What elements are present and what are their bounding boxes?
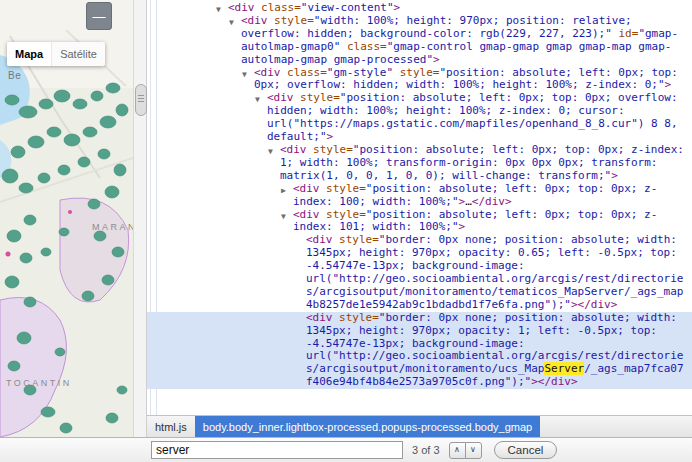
expand-arrow-collapsed-icon[interactable]: ▶ xyxy=(281,185,286,198)
breadcrumb-body-selected[interactable]: body.body_inner.lightbox-processed.popup… xyxy=(195,416,540,437)
expand-arrow-open-icon[interactable]: ▼ xyxy=(281,211,286,224)
scrollbar-grip-icon xyxy=(138,98,144,99)
dom-tree: ▼<div class="view-content">▼<div style="… xyxy=(147,2,692,389)
expand-arrow-open-icon[interactable]: ▼ xyxy=(255,94,260,107)
map-state-label-maranhao: MARAN xyxy=(92,222,133,232)
map-place-label-belem: Be xyxy=(8,70,21,81)
expand-arrow-open-icon[interactable]: ▼ xyxy=(229,17,234,30)
map-type-satelite-button[interactable]: Satélite xyxy=(51,42,105,66)
match-count: 3 of 3 xyxy=(412,444,440,456)
find-previous-button[interactable]: ∧ xyxy=(449,442,466,459)
map-pane[interactable]: Be MARAN TOCANTIN — Mapa Satélite xyxy=(0,0,133,437)
screenshot-root: Be MARAN TOCANTIN — Mapa Satélite ▼<div … xyxy=(0,0,692,462)
breadcrumb-html[interactable]: html.js xyxy=(147,416,195,437)
vertical-scrollbar[interactable] xyxy=(133,0,147,437)
map-control-minus-button[interactable]: — xyxy=(86,2,112,30)
search-input[interactable] xyxy=(151,441,403,459)
map-state-label-tocantins: TOCANTIN xyxy=(6,378,72,388)
dom-tree-node[interactable]: ▼<div style="width: 100%; height: 970px;… xyxy=(147,15,692,67)
find-next-button[interactable]: ∨ xyxy=(465,442,482,459)
search-match-highlight: Server xyxy=(544,362,584,375)
find-nav-buttons: ∧ ∨ xyxy=(449,442,482,459)
dom-tree-node[interactable]: ▼<div style="position: absolute; left: 0… xyxy=(147,144,692,183)
dom-tree-node[interactable]: ▼<div class="gm-style" style="position: … xyxy=(147,67,692,93)
devtools-elements-panel: ▼<div class="view-content">▼<div style="… xyxy=(147,0,692,415)
dom-tree-node[interactable]: <div style="border: 0px none; position: … xyxy=(147,234,692,311)
find-bar: 3 of 3 ∧ ∨ Cancel xyxy=(0,437,692,462)
dom-tree-node[interactable]: <div style="border: 0px none; position: … xyxy=(147,312,692,389)
map-type-controls: Mapa Satélite xyxy=(7,42,105,66)
dom-tree-node[interactable]: ▼<div style="position: absolute; left: 0… xyxy=(147,209,692,235)
cancel-button[interactable]: Cancel xyxy=(494,441,558,459)
scrollbar-thumb[interactable] xyxy=(135,84,147,116)
breadcrumb-bar: html.js body.body_inner.lightbox-process… xyxy=(147,415,692,437)
dom-tree-node[interactable]: ▼<div style="position: absolute; left: 0… xyxy=(147,92,692,144)
expand-arrow-open-icon[interactable]: ▼ xyxy=(268,146,273,159)
expand-arrow-open-icon[interactable]: ▼ xyxy=(242,69,247,82)
map-type-mapa-button[interactable]: Mapa xyxy=(7,42,51,66)
dom-tree-node[interactable]: ▶<div style="position: absolute; left: 0… xyxy=(147,183,692,209)
